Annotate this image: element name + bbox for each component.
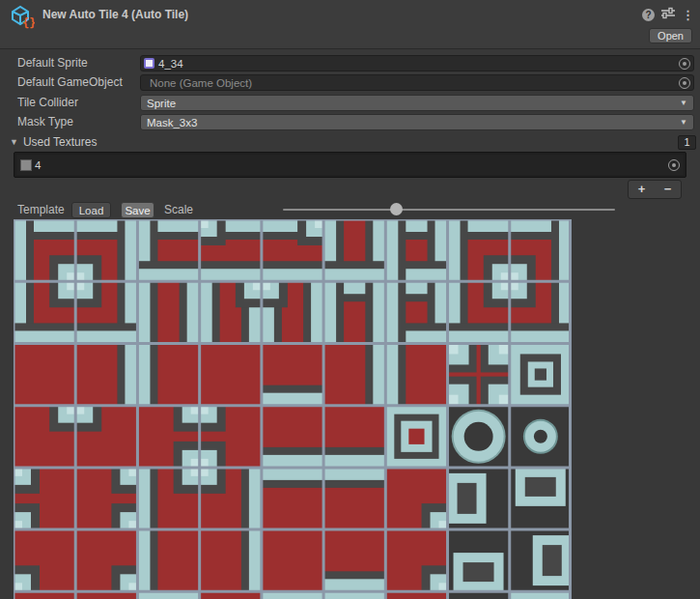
default-gameobject-value: None (Game Object) — [150, 77, 679, 89]
scale-slider-handle[interactable] — [390, 203, 403, 215]
used-textures-list: 4 — [14, 152, 686, 178]
scale-slider-track[interactable] — [283, 209, 615, 211]
default-gameobject-label: Default GameObject — [17, 74, 123, 91]
default-sprite-value: 4_34 — [158, 58, 679, 70]
chevron-down-icon: ▼ — [680, 118, 687, 127]
load-button[interactable]: Load — [71, 202, 111, 218]
foldout-triangle-icon: ▼ — [10, 137, 18, 147]
object-picker-icon[interactable] — [679, 58, 690, 70]
presets-icon[interactable] — [661, 7, 675, 22]
used-textures-foldout[interactable]: ▼ Used Textures — [10, 135, 97, 149]
scriptable-object-icon: {} — [10, 4, 35, 29]
array-size-field[interactable]: 1 — [678, 135, 696, 150]
texture-name: 4 — [35, 159, 668, 171]
save-button[interactable]: Save — [121, 202, 154, 218]
kebab-menu-icon[interactable]: ⋮ — [682, 9, 694, 21]
default-sprite-field[interactable]: 4_34 — [140, 55, 694, 71]
mask-type-dropdown[interactable]: Mask_3x3 ▼ — [140, 114, 694, 130]
template-label: Template — [17, 203, 65, 216]
tile-collider-label: Tile Collider — [17, 95, 78, 111]
help-icon[interactable]: ? — [642, 9, 655, 21]
sprite-icon — [144, 58, 154, 69]
default-gameobject-field[interactable]: None (Game Object) — [140, 74, 694, 91]
mask-type-label: Mask Type — [17, 114, 73, 130]
tile-collider-value: Sprite — [147, 98, 680, 109]
add-button[interactable]: + — [629, 181, 655, 198]
svg-text:{}: {} — [22, 16, 35, 29]
list-add-remove-box: + − — [628, 180, 682, 199]
asset-title: New Auto Tile 4 (Auto Tile) — [42, 8, 188, 21]
default-sprite-label: Default Sprite — [17, 55, 88, 71]
texture-thumbnail-icon — [20, 159, 32, 171]
remove-button[interactable]: − — [655, 181, 681, 198]
mask-type-value: Mask_3x3 — [147, 117, 680, 128]
list-item[interactable]: 4 — [16, 155, 684, 175]
tile-collider-dropdown[interactable]: Sprite ▼ — [140, 95, 694, 111]
open-button[interactable]: Open — [649, 28, 692, 43]
used-textures-label: Used Textures — [23, 135, 97, 149]
object-picker-icon[interactable] — [679, 77, 690, 89]
chevron-down-icon: ▼ — [680, 99, 687, 107]
scale-label: Scale — [164, 203, 193, 216]
tileset-preview[interactable] — [14, 219, 572, 599]
object-picker-icon[interactable] — [668, 159, 680, 171]
